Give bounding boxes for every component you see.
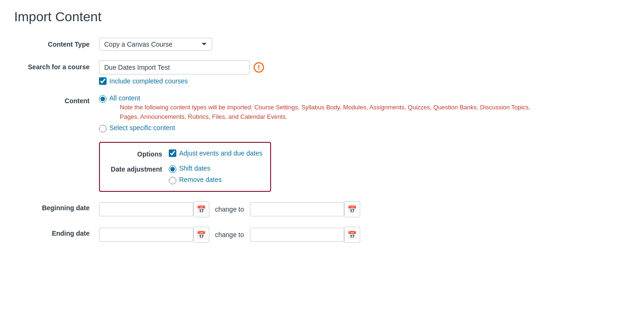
adjust-events-row: Adjust events and due dates <box>169 149 263 157</box>
select-specific-radio[interactable] <box>99 125 107 132</box>
adjust-events-checkbox[interactable] <box>169 149 176 157</box>
beginning-date-label: Beginning date <box>14 201 99 212</box>
beginning-date-wrapper: 📅 change to 📅 <box>99 201 630 217</box>
beginning-date-control: 📅 change to 📅 <box>99 201 630 217</box>
beginning-date-to-group: 📅 <box>250 201 360 217</box>
ending-date-to-group: 📅 <box>250 227 360 243</box>
calendar-icon-3: 📅 <box>197 230 206 239</box>
calendar-icon: 📅 <box>197 205 206 214</box>
content-radio-group: All content Note the following content t… <box>99 94 630 132</box>
calendar-icon-2: 📅 <box>347 205 357 214</box>
remove-dates-label[interactable]: Remove dates <box>179 176 222 183</box>
all-content-note: Note the following content types will be… <box>120 103 544 121</box>
content-row: Content All content Note the following c… <box>14 94 630 132</box>
search-course-label: Search for a course <box>14 60 99 71</box>
remove-dates-row: Remove dates <box>169 176 222 184</box>
search-input[interactable] <box>99 60 250 74</box>
search-course-control: ! Include completed courses <box>99 60 630 85</box>
content-type-control: Copy a Canvas CourseCanvas Export Packag… <box>99 38 630 51</box>
all-content-row: All content Note the following content t… <box>99 94 630 121</box>
content-control: All content Note the following content t… <box>99 94 630 132</box>
options-inner-label: Options <box>107 149 169 158</box>
ending-date-to-calendar-button[interactable]: 📅 <box>344 227 360 243</box>
page-title: Import Content <box>14 9 630 25</box>
include-completed-checkbox[interactable] <box>99 77 107 85</box>
all-content-radio[interactable] <box>99 95 107 103</box>
select-specific-row: Select specific content <box>99 124 630 132</box>
calendar-icon-4: 📅 <box>347 230 357 239</box>
date-adjustment-inner-label: Date adjustment <box>107 165 169 173</box>
content-label: Content <box>14 94 99 105</box>
ending-date-row: Ending date 📅 change to 📅 <box>14 227 630 243</box>
beginning-date-from-input[interactable] <box>99 202 193 216</box>
shift-dates-radio[interactable] <box>169 165 176 173</box>
select-specific-label[interactable]: Select specific content <box>109 124 175 132</box>
date-adjustment-radio-group: Shift dates Remove dates <box>169 165 222 184</box>
content-type-label: Content Type <box>14 38 99 48</box>
ending-date-to-input[interactable] <box>250 228 344 242</box>
beginning-change-to-text: change to <box>215 206 244 213</box>
ending-date-from-calendar-button[interactable]: 📅 <box>193 227 209 243</box>
shift-dates-label[interactable]: Shift dates <box>179 165 210 172</box>
ending-date-label: Ending date <box>14 227 99 237</box>
content-type-select[interactable]: Copy a Canvas CourseCanvas Export Packag… <box>99 38 212 51</box>
shift-dates-row: Shift dates <box>169 165 222 173</box>
adjust-events-label[interactable]: Adjust events and due dates <box>179 149 263 157</box>
remove-dates-radio[interactable] <box>169 177 176 184</box>
ending-change-to-text: change to <box>215 231 244 239</box>
options-control: Options Adjust events and due dates Date… <box>99 142 630 192</box>
search-input-wrapper: ! <box>99 60 630 74</box>
search-course-row: Search for a course ! Include completed … <box>14 60 630 85</box>
beginning-date-from-calendar-button[interactable]: 📅 <box>193 201 209 217</box>
options-box: Options Adjust events and due dates Date… <box>99 142 271 192</box>
ending-date-from-input[interactable] <box>99 228 193 242</box>
beginning-date-from-group: 📅 <box>99 201 209 217</box>
options-inner-row: Options Adjust events and due dates <box>107 149 263 158</box>
beginning-date-to-calendar-button[interactable]: 📅 <box>344 201 360 217</box>
options-spacer <box>14 142 99 145</box>
ending-date-wrapper: 📅 change to 📅 <box>99 227 630 243</box>
all-content-label-group: All content Note the following content t… <box>109 94 544 121</box>
ending-date-from-group: 📅 <box>99 227 209 243</box>
warning-icon: ! <box>254 62 264 73</box>
beginning-date-to-input[interactable] <box>250 202 344 216</box>
include-completed-row: Include completed courses <box>99 77 630 85</box>
all-content-label[interactable]: All content <box>109 94 140 102</box>
content-type-row: Content Type Copy a Canvas CourseCanvas … <box>14 38 630 51</box>
include-completed-label[interactable]: Include completed courses <box>109 77 188 85</box>
options-row: Options Adjust events and due dates Date… <box>14 142 630 192</box>
date-adjustment-inner-row: Date adjustment Shift dates Remove dates <box>107 165 263 184</box>
ending-date-control: 📅 change to 📅 <box>99 227 630 243</box>
beginning-date-row: Beginning date 📅 change to 📅 <box>14 201 630 217</box>
